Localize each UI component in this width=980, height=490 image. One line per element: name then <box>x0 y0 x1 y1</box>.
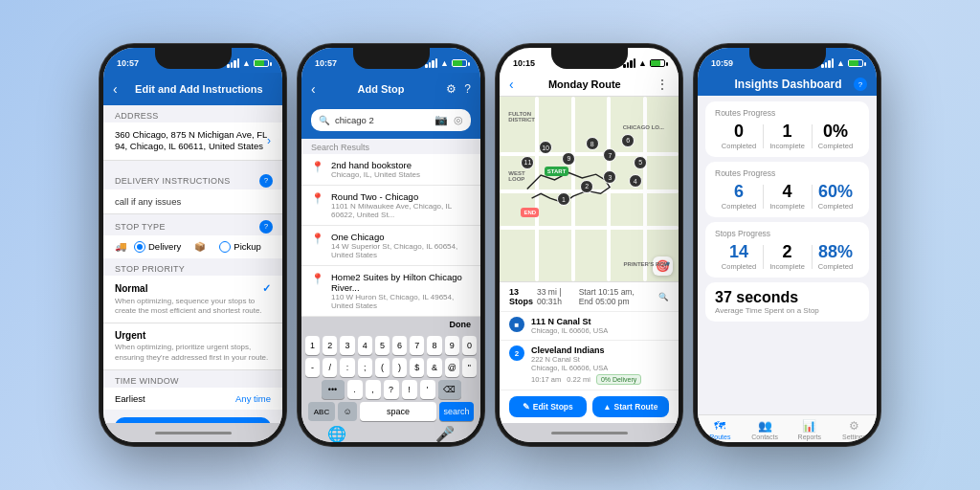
key-5[interactable]: 5 <box>375 336 390 355</box>
key-apos[interactable]: ' <box>420 380 435 399</box>
key-quote[interactable]: " <box>462 358 477 377</box>
key-6[interactable]: 6 <box>392 336 407 355</box>
globe-icon[interactable]: 🌐 <box>327 425 346 442</box>
tab-contacts[interactable]: 👥 Contacts <box>743 419 788 440</box>
key-amp[interactable]: & <box>427 358 441 377</box>
info-panel: 13 Stops 33 mi | 00:31h Start 10:15 am, … <box>500 281 679 390</box>
back-button-2[interactable]: ‹ <box>311 81 316 97</box>
map-area[interactable]: 11 10 9 8 7 6 5 4 3 2 1 START END 🎯 <box>500 97 679 281</box>
key-2[interactable]: 2 <box>323 336 337 355</box>
edit-stops-button[interactable]: ✎ Edit Stops <box>509 396 587 417</box>
key-question[interactable]: ? <box>384 380 399 399</box>
key-exclaim[interactable]: ! <box>402 380 417 399</box>
nav-bar-1: ‹ Edit and Add Instructions <box>103 73 282 105</box>
key-more[interactable]: ••• <box>322 380 345 399</box>
help-icon-delivery[interactable]: ? <box>259 174 273 188</box>
tab-routes[interactable]: 🗺 Routes <box>698 419 743 440</box>
metric-lbl-percent-2: Completed <box>812 202 859 211</box>
stop-item-2[interactable]: 2 Cleveland Indians 222 N Canal St Chica… <box>500 341 679 390</box>
metric-val-percent-3: 88% <box>812 243 859 260</box>
key-semicolon[interactable]: ; <box>358 358 372 377</box>
key-at[interactable]: @ <box>445 358 459 377</box>
metric-val-percent-2: 60% <box>812 183 859 200</box>
delivery-input[interactable]: call if any issues <box>103 189 282 214</box>
map-nav: ‹ Monday Route ⋮ <box>500 73 679 97</box>
wifi-icon-3: ▲ <box>638 58 647 68</box>
back-button-3[interactable]: ‹ <box>509 77 514 92</box>
back-button-1[interactable]: ‹ <box>113 81 118 97</box>
more-icon-3[interactable]: ⋮ <box>656 77 669 92</box>
key-lparen[interactable]: ( <box>375 358 390 377</box>
key-0[interactable]: 0 <box>462 336 477 355</box>
key-slash[interactable]: / <box>323 358 337 377</box>
result-item-0[interactable]: 📍 2nd hand bookstore Chicago, IL, United… <box>301 154 480 186</box>
camera-icon[interactable]: 📷 <box>434 114 448 126</box>
gear-icon-2[interactable]: ⚙ <box>446 82 457 96</box>
tab-settings[interactable]: ⚙ Settings <box>832 419 877 440</box>
key-7[interactable]: 7 <box>410 336 424 355</box>
metric-val-completed-2: 6 <box>715 183 763 200</box>
search-key[interactable]: search <box>439 402 474 421</box>
key-dollar[interactable]: $ <box>410 358 424 377</box>
key-4[interactable]: 4 <box>358 336 372 355</box>
help-icon-stop-type[interactable]: ? <box>259 220 273 234</box>
metric-lbl-percent-3: Completed <box>812 262 859 271</box>
help-icon-insights[interactable]: ? <box>854 78 867 91</box>
nav-icon-start: ▲ <box>603 402 611 412</box>
emoji-key[interactable]: ☺ <box>338 402 357 421</box>
location-icon[interactable]: ◎ <box>454 114 463 126</box>
metric-completed-1: 0 Completed <box>715 122 763 150</box>
result-item-2[interactable]: 📍 One Chicago 14 W Superior St, Chicago,… <box>301 226 480 266</box>
backspace-key[interactable]: ⌫ <box>438 380 461 399</box>
abc-key[interactable]: ABC <box>308 402 335 421</box>
key-rparen[interactable]: ) <box>392 358 407 377</box>
key-period[interactable]: . <box>347 380 363 399</box>
search-input-row[interactable]: 🔍 chicago 2 📷 ◎ <box>311 109 471 131</box>
battery-icon-1 <box>254 59 269 67</box>
priority-urgent-block[interactable]: Urgent When optimizing, prioritize urgen… <box>103 323 282 370</box>
time-3: 10:15 <box>513 58 535 68</box>
stop-item-1[interactable]: ■ 111 N Canal St Chicago, IL 60606, USA <box>500 312 679 341</box>
metric-val-completed-1: 0 <box>715 122 763 140</box>
space-key[interactable]: space <box>360 402 436 421</box>
key-comma[interactable]: , <box>366 380 381 399</box>
time-window-label: Time Window <box>103 370 282 388</box>
help-icon-2[interactable]: ? <box>464 82 471 96</box>
key-8[interactable]: 8 <box>427 336 441 355</box>
edit-icon: ✎ <box>523 402 530 412</box>
delivery-instructions-label: Delivery Instructions ? <box>103 168 282 189</box>
metrics-row-3: 14 Completed 2 Incomplete 88% Completed <box>715 243 859 271</box>
pickup-radio[interactable]: Pickup <box>219 241 261 253</box>
tab-reports[interactable]: 📊 Reports <box>788 419 833 440</box>
stop-num-1: ■ <box>509 317 524 332</box>
result-item-3[interactable]: 📍 Home2 Suites by Hilton Chicago River..… <box>301 266 480 317</box>
result-name-3: Home2 Suites by Hilton Chicago River... <box>331 272 471 293</box>
done-key[interactable]: Done <box>450 320 472 329</box>
metric-percent-2: 60% Completed <box>812 183 859 211</box>
bottom-actions: ✎ Edit Stops ▲ Start Route <box>500 390 679 423</box>
mic-icon[interactable]: 🎤 <box>435 425 455 442</box>
key-dash[interactable]: - <box>305 358 320 377</box>
time-anytime[interactable]: Any time <box>235 393 271 404</box>
nav-title-1: Edit and Add Instructions <box>125 83 273 95</box>
result-name-0: 2nd hand bookstore <box>331 160 420 170</box>
result-item-1[interactable]: 📍 Round Two - Chicago 1101 N Milwaukee A… <box>301 186 480 226</box>
start-route-button[interactable]: ▲ Start Route <box>592 396 670 417</box>
key-colon[interactable]: : <box>340 358 354 377</box>
key-3[interactable]: 3 <box>340 336 354 355</box>
stop-addr-2: 222 N Canal St <box>531 355 669 364</box>
key-row-numbers: 1 2 3 4 5 6 7 8 9 0 <box>305 336 477 355</box>
content-1: Address 360 Chicago, 875 N Michigan Ave,… <box>103 105 282 423</box>
key-9[interactable]: 9 <box>445 336 459 355</box>
priority-normal-block[interactable]: Normal ✓ When optimizing, sequence your … <box>103 276 282 324</box>
address-row[interactable]: 360 Chicago, 875 N Michigan Ave, FL 94, … <box>103 122 282 161</box>
avg-time-card: 37 seconds Average Time Spent on a Stop <box>705 282 869 322</box>
delivery-radio[interactable]: Delivery <box>134 241 181 253</box>
search-icon-map[interactable]: 🔍 <box>658 292 669 301</box>
key-1[interactable]: 1 <box>305 336 320 355</box>
battery-icon-3 <box>650 59 665 67</box>
search-input[interactable]: chicago 2 <box>335 115 430 125</box>
time-earliest: Earliest <box>115 393 145 404</box>
metric-val-incomplete-1: 1 <box>764 122 812 140</box>
stops-count: 13 Stops <box>509 287 533 306</box>
